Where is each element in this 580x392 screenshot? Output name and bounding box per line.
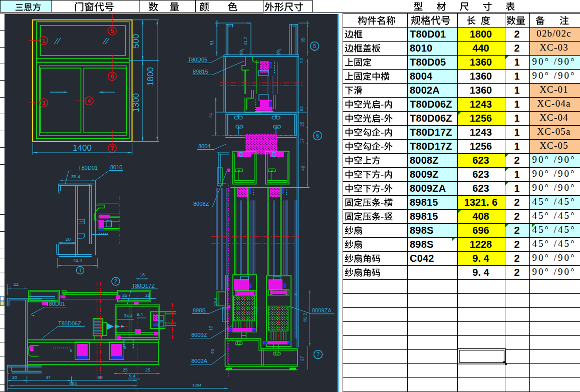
svg-text:42.4: 42.4 [73,258,82,263]
svg-text:1360: 1360 [470,85,492,96]
svg-text:45° /45°: 45° /45° [532,210,575,221]
svg-text:1: 1 [79,267,82,273]
svg-text:5: 5 [111,28,114,35]
svg-text:T80D06Z: T80D06Z [58,320,81,326]
svg-text:1400: 1400 [73,143,92,153]
svg-text:8002A: 8002A [410,85,440,96]
svg-text:1364: 1364 [192,383,201,387]
svg-text:500: 500 [131,34,141,48]
svg-text:1800: 1800 [146,67,155,86]
svg-text:1: 1 [514,99,519,110]
svg-text:2: 2 [514,197,519,208]
svg-text:684: 684 [69,381,77,386]
svg-text:T80D06Z: T80D06Z [410,113,452,124]
svg-text:623: 623 [472,155,489,166]
svg-text:1: 1 [514,71,519,82]
svg-text:1256: 1256 [470,113,492,124]
svg-text:XC-05a: XC-05a [537,126,570,137]
svg-text:1: 1 [514,57,519,68]
svg-text:1: 1 [514,169,519,180]
svg-text:90° /90°: 90° /90° [532,252,575,263]
svg-text:90° /90°: 90° /90° [532,56,575,67]
svg-text:5: 5 [313,43,316,49]
svg-text:3: 3 [42,100,46,107]
svg-text:27: 27 [300,356,305,361]
svg-text:1243: 1243 [470,127,492,138]
svg-text:8004: 8004 [198,143,210,149]
svg-text:696: 696 [472,225,489,236]
svg-text:81.2: 81.2 [303,313,308,322]
svg-text:8009ZA: 8009ZA [410,183,446,194]
svg-text:8002A: 8002A [191,358,207,364]
svg-text:898S: 898S [410,225,434,236]
svg-text:1256: 1256 [470,141,492,152]
svg-text:45° /45°: 45° /45° [532,196,575,207]
svg-text:19.4: 19.4 [213,297,218,306]
svg-text:1: 1 [514,85,519,96]
svg-text:T80D01: T80D01 [46,301,65,307]
svg-text:40: 40 [210,349,215,354]
svg-text:9.4: 9.4 [137,312,143,317]
svg-text:25: 25 [122,293,127,298]
svg-text:4: 4 [88,98,91,105]
svg-text:18: 18 [140,272,145,277]
svg-text:41: 41 [208,113,213,118]
svg-text:9. 4: 9. 4 [472,253,489,264]
svg-text:2: 2 [514,29,519,40]
svg-text:9.4: 9.4 [129,373,136,378]
svg-text:8009ZA: 8009ZA [312,307,332,313]
svg-text:8009Z: 8009Z [410,169,439,180]
svg-text:898S: 898S [410,239,434,250]
svg-text:2: 2 [514,211,519,222]
svg-text:1243: 1243 [470,99,492,110]
svg-text:1300: 1300 [131,93,141,112]
svg-text:47: 47 [46,375,51,380]
svg-text:7: 7 [111,145,114,152]
svg-text:623: 623 [472,169,489,180]
svg-text:1228: 1228 [470,239,492,250]
svg-text:2: 2 [514,43,519,54]
svg-text:T80D05: T80D05 [188,57,207,63]
svg-text:8010: 8010 [110,164,122,170]
svg-text:2: 2 [514,239,519,250]
svg-text:2: 2 [514,267,519,278]
svg-text:1360: 1360 [470,71,492,82]
svg-text:17: 17 [300,138,305,143]
svg-text:25: 25 [123,367,128,372]
svg-text:20: 20 [66,237,71,242]
svg-text:1: 1 [42,38,46,45]
svg-text:XC-04a: XC-04a [537,98,570,109]
svg-text:1: 1 [514,113,519,124]
svg-text:90° /90°: 90° /90° [532,70,575,81]
svg-text:7: 7 [317,351,320,357]
svg-text:40: 40 [301,166,306,171]
svg-text:T80D17Z: T80D17Z [410,141,452,152]
svg-text:408: 408 [472,211,489,222]
svg-text:6: 6 [111,73,114,80]
svg-text:T80D05: T80D05 [410,57,446,68]
svg-text:XC-05: XC-05 [539,140,568,151]
svg-text:90° /90°: 90° /90° [532,266,575,277]
svg-text:XC-01: XC-01 [539,84,568,95]
svg-text:T80D06Z: T80D06Z [410,99,452,110]
svg-text:8004: 8004 [410,71,433,82]
svg-text:89815: 89815 [410,211,438,222]
svg-text:41.7: 41.7 [243,37,248,46]
svg-text:45° /45°: 45° /45° [532,238,575,249]
svg-text:9. 4: 9. 4 [472,267,489,278]
svg-text:623: 623 [472,183,489,194]
svg-text:T80D01: T80D01 [78,165,98,171]
svg-text:8010: 8010 [410,43,432,54]
svg-text:02b/02c: 02b/02c [536,28,571,39]
svg-text:25: 25 [145,293,150,298]
svg-text:89815: 89815 [193,69,208,75]
svg-text:8009Z: 8009Z [191,332,207,338]
svg-text:2: 2 [514,225,519,236]
svg-text:T80D17Z: T80D17Z [410,127,452,138]
svg-text:C042: C042 [410,253,434,264]
svg-text:1800: 1800 [470,29,492,40]
svg-text:440: 440 [472,43,489,54]
svg-text:XC-03: XC-03 [539,42,568,53]
svg-text:90° /90°: 90° /90° [532,168,575,179]
svg-text:T80D17Z: T80D17Z [132,283,155,289]
